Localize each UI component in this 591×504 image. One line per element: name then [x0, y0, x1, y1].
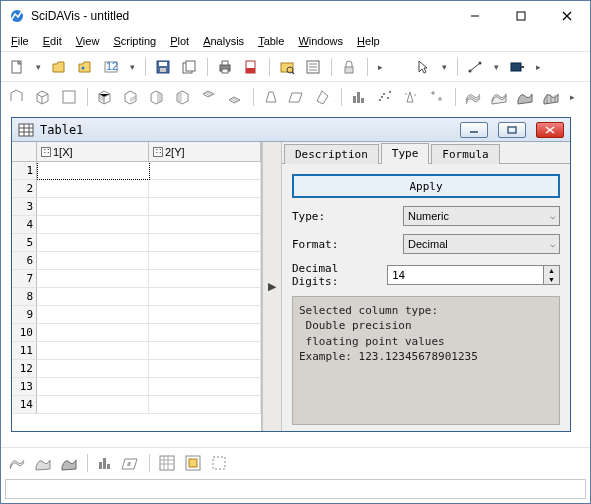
table-row[interactable]: 9 — [12, 306, 261, 324]
cell[interactable] — [37, 198, 149, 216]
3d-back-grid-button[interactable] — [119, 85, 143, 109]
3d-left-grid-button[interactable] — [171, 85, 195, 109]
cell[interactable] — [149, 396, 261, 414]
table-view[interactable]: ∷1[X] ∷2[Y] 1234567891011121314 — [12, 142, 262, 431]
minimize-button[interactable] — [452, 1, 498, 31]
table-row[interactable]: 6 — [12, 252, 261, 270]
row-header[interactable]: 4 — [12, 216, 37, 234]
pointer-tool-button[interactable] — [411, 55, 435, 79]
cell[interactable] — [149, 234, 261, 252]
results-log-button[interactable] — [301, 55, 325, 79]
cell[interactable] — [149, 270, 261, 288]
cell[interactable] — [149, 216, 261, 234]
3d-hidden-line-button[interactable] — [487, 85, 511, 109]
cell[interactable] — [149, 180, 261, 198]
cell[interactable] — [37, 360, 149, 378]
import-ascii-button[interactable]: 123 — [99, 55, 123, 79]
save-button[interactable] — [151, 55, 175, 79]
subwindow-close-button[interactable] — [536, 122, 564, 138]
column-header-2[interactable]: ∷2[Y] — [149, 142, 261, 161]
cell[interactable] — [37, 324, 149, 342]
table-row[interactable]: 5 — [12, 234, 261, 252]
row-header[interactable]: 12 — [12, 360, 37, 378]
open-image-button[interactable] — [73, 55, 97, 79]
table-row[interactable]: 10 — [12, 324, 261, 342]
spin-down-button[interactable]: ▼ — [544, 275, 559, 284]
toolbar-overflow-2[interactable]: ▸ — [531, 55, 545, 79]
row-header[interactable]: 10 — [12, 324, 37, 342]
apply-button[interactable]: Apply — [292, 174, 560, 198]
3d-ceiling-grid-button[interactable] — [197, 85, 221, 109]
toolbar-overflow-1[interactable]: ▸ — [373, 55, 387, 79]
table-row[interactable]: 13 — [12, 378, 261, 396]
cell[interactable] — [149, 288, 261, 306]
cell[interactable] — [37, 162, 150, 180]
table-row[interactable]: 11 — [12, 342, 261, 360]
3d-floor-grid-button[interactable] — [223, 85, 247, 109]
row-header[interactable]: 14 — [12, 396, 37, 414]
cell[interactable] — [37, 216, 149, 234]
tab-type[interactable]: Type — [381, 143, 430, 164]
3d-perspective-button[interactable] — [259, 85, 283, 109]
row-header[interactable]: 2 — [12, 180, 37, 198]
new-project-button[interactable] — [5, 55, 29, 79]
menu-help[interactable]: Help — [351, 33, 386, 49]
toolbar-3d-overflow[interactable]: ▸ — [565, 85, 579, 109]
row-header[interactable]: 3 — [12, 198, 37, 216]
cell[interactable] — [149, 252, 261, 270]
row-header[interactable]: 5 — [12, 234, 37, 252]
row-header[interactable]: 11 — [12, 342, 37, 360]
3d-reset-rotation-button[interactable] — [285, 85, 309, 109]
maximize-button[interactable] — [498, 1, 544, 31]
new-project-dropdown[interactable]: ▾ — [31, 55, 45, 79]
menu-file[interactable]: File — [5, 33, 35, 49]
row-header[interactable]: 9 — [12, 306, 37, 324]
cell[interactable] — [149, 360, 261, 378]
3d-floor-data-button[interactable] — [155, 451, 179, 475]
table-row[interactable]: 3 — [12, 198, 261, 216]
cell[interactable] — [37, 396, 149, 414]
3d-box-button[interactable] — [31, 85, 55, 109]
3d-right-grid-button[interactable] — [145, 85, 169, 109]
tab-description[interactable]: Description — [284, 144, 379, 164]
table-row[interactable]: 12 — [12, 360, 261, 378]
menu-scripting[interactable]: Scripting — [107, 33, 162, 49]
tab-formula[interactable]: Formula — [431, 144, 499, 164]
line-tool-dropdown[interactable]: ▾ — [489, 55, 503, 79]
3d-cones-button[interactable] — [399, 85, 423, 109]
subwindow-maximize-button[interactable] — [498, 122, 526, 138]
cell[interactable] — [37, 234, 149, 252]
cell[interactable] — [37, 288, 149, 306]
3d-wire-filled-button[interactable] — [31, 451, 55, 475]
3d-no-axes-button[interactable] — [57, 85, 81, 109]
row-header[interactable]: 13 — [12, 378, 37, 396]
duplicate-button[interactable] — [177, 55, 201, 79]
menu-edit[interactable]: Edit — [37, 33, 68, 49]
format-select[interactable]: Decimal⌵ — [403, 234, 560, 254]
3d-scatter-button[interactable] — [373, 85, 397, 109]
project-explorer-button[interactable] — [275, 55, 299, 79]
open-button[interactable] — [47, 55, 71, 79]
3d-wire-surface-button[interactable] — [461, 85, 485, 109]
row-header[interactable]: 8 — [12, 288, 37, 306]
panel-collapse-handle[interactable]: ▶ — [262, 142, 282, 431]
3d-polygon-button[interactable] — [513, 85, 537, 109]
cell[interactable] — [37, 342, 149, 360]
cell[interactable] — [150, 162, 262, 180]
print-button[interactable] — [213, 55, 237, 79]
3d-bars-button-2[interactable] — [93, 451, 117, 475]
cell[interactable] — [149, 342, 261, 360]
cell[interactable] — [37, 270, 149, 288]
lock-button[interactable] — [337, 55, 361, 79]
cell[interactable] — [37, 306, 149, 324]
3d-wire-polygon-button[interactable] — [539, 85, 563, 109]
screen-reader-button[interactable] — [505, 55, 529, 79]
3d-floor-iso-button[interactable] — [181, 451, 205, 475]
menu-plot[interactable]: Plot — [164, 33, 195, 49]
3d-floor-proj-button[interactable] — [119, 451, 143, 475]
3d-crosshairs-button[interactable] — [425, 85, 449, 109]
line-tool-button[interactable] — [463, 55, 487, 79]
close-button[interactable] — [544, 1, 590, 31]
cell[interactable] — [149, 378, 261, 396]
table-row[interactable]: 8 — [12, 288, 261, 306]
